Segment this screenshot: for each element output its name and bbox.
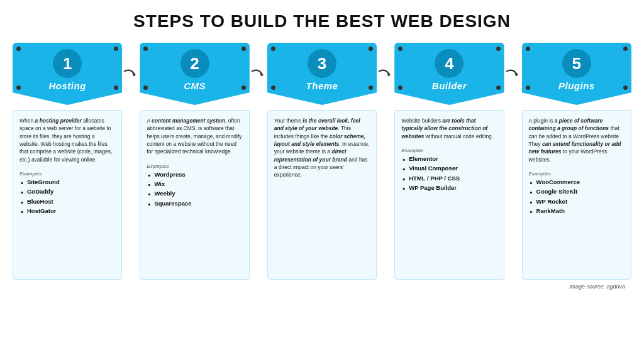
examples-list-4: ElementorVisual ComposerHTML / PHP / CSS… <box>401 155 497 194</box>
dot-tl-3 <box>271 47 275 51</box>
example-item-5-3: WP Rocket <box>529 198 625 206</box>
step-header-5: 5Plugins <box>522 43 631 105</box>
arrow-1 <box>122 67 140 84</box>
examples-label-1: Examples <box>19 171 115 177</box>
dot-bl-3 <box>271 85 275 90</box>
step-header-3: 3Theme <box>267 43 377 105</box>
step-number-circle-5: 5 <box>562 49 591 78</box>
step-body-3: Your theme is the overall look, feel and… <box>267 110 377 280</box>
dot-tl-2 <box>143 47 148 51</box>
step-label-5: Plugins <box>558 80 595 91</box>
example-item-5-1: WooCommerce <box>529 178 625 186</box>
dot-br-4 <box>496 85 501 90</box>
step-col-5: 5PluginsA plugin is a piece of software … <box>522 43 631 280</box>
steps-wrapper: 1HostingWhen a hosting provider allocate… <box>13 43 631 280</box>
example-item-4-3: HTML / PHP / CSS <box>401 175 497 182</box>
examples-label-2: Examples <box>147 163 242 169</box>
arrow-3 <box>377 67 394 84</box>
step-col-2: 2CMSA content management system, often a… <box>140 43 249 280</box>
step-header-2: 2CMS <box>140 43 249 105</box>
dot-tr-1 <box>114 47 118 51</box>
step-desc-1: When a hosting provider allocates space … <box>19 117 115 163</box>
step-label-2: CMS <box>184 80 206 91</box>
step-number-circle-4: 4 <box>435 49 464 78</box>
example-item-4-4: WP Page Builder <box>401 184 497 192</box>
step-desc-5: A plugin is a piece of software containi… <box>529 117 625 163</box>
example-item-4-1: Elementor <box>401 155 497 163</box>
examples-list-2: WordpressWixWeeblySquarespace <box>147 171 242 209</box>
step-number-2: 2 <box>190 55 199 72</box>
examples-list-5: WooCommerceGoogle SiteKitWP RocketRankMa… <box>529 178 625 217</box>
example-item-2-3: Weebly <box>147 190 242 197</box>
step-header-1: 1Hosting <box>13 43 122 105</box>
step-col-1: 1HostingWhen a hosting provider allocate… <box>13 43 122 280</box>
dot-bl-1 <box>16 85 21 90</box>
dot-tr-2 <box>242 47 246 51</box>
examples-list-1: SiteGroundGoDaddyBlueHostHostGator <box>19 178 115 217</box>
example-item-5-2: Google SiteKit <box>529 188 625 195</box>
example-item-1-1: SiteGround <box>19 178 115 186</box>
step-col-4: 4BuilderWebsite builders are tools that … <box>394 43 504 280</box>
step-number-circle-3: 3 <box>308 49 336 78</box>
step-desc-3: Your theme is the overall look, feel and… <box>274 117 370 179</box>
step-label-1: Hosting <box>49 80 86 91</box>
example-item-2-4: Squarespace <box>147 200 242 207</box>
dot-tl-5 <box>526 47 530 51</box>
examples-label-5: Examples <box>529 171 625 177</box>
step-header-4: 4Builder <box>394 43 504 105</box>
step-number-3: 3 <box>318 55 326 72</box>
example-item-1-3: BlueHost <box>19 198 115 206</box>
main-title: Steps to Build the Best Web Design <box>13 11 631 31</box>
step-number-1: 1 <box>63 55 72 72</box>
step-number-circle-1: 1 <box>53 49 82 78</box>
dot-tl-4 <box>398 47 402 51</box>
step-col-3: 3ThemeYour theme is the overall look, fe… <box>267 43 377 280</box>
arrow-4 <box>504 67 522 84</box>
example-item-2-1: Wordpress <box>147 171 242 178</box>
example-item-1-4: HostGator <box>19 207 115 215</box>
step-label-4: Builder <box>432 80 467 91</box>
dot-tr-3 <box>369 47 373 51</box>
step-desc-4: Website builders are tools that typicall… <box>401 117 497 140</box>
example-item-1-2: GoDaddy <box>19 188 115 195</box>
step-number-4: 4 <box>445 55 453 72</box>
step-number-5: 5 <box>572 55 581 72</box>
step-body-4: Website builders are tools that typicall… <box>394 110 504 280</box>
image-source: Image source: agdova <box>13 283 631 290</box>
example-item-2-2: Wix <box>147 180 242 188</box>
step-label-3: Theme <box>306 80 338 91</box>
dot-bl-5 <box>526 85 530 90</box>
dot-bl-2 <box>143 85 148 90</box>
dot-br-2 <box>242 85 246 90</box>
examples-label-4: Examples <box>401 148 497 153</box>
example-item-4-2: Visual Composer <box>401 165 497 172</box>
step-desc-2: A content management system, often abbre… <box>147 117 242 156</box>
dot-br-1 <box>114 85 118 90</box>
arrow-2 <box>250 67 267 84</box>
example-item-5-4: RankMath <box>529 207 625 215</box>
dot-tr-4 <box>496 47 501 51</box>
dot-br-3 <box>369 85 373 90</box>
step-body-1: When a hosting provider allocates space … <box>13 110 122 280</box>
step-number-circle-2: 2 <box>180 49 209 78</box>
step-body-5: A plugin is a piece of software containi… <box>522 110 631 280</box>
dot-tl-1 <box>16 47 21 51</box>
step-body-2: A content management system, often abbre… <box>140 110 249 280</box>
dot-tr-5 <box>623 47 628 51</box>
dot-bl-4 <box>398 85 402 90</box>
dot-br-5 <box>623 85 628 90</box>
page: Steps to Build the Best Web Design 1Host… <box>0 0 644 362</box>
